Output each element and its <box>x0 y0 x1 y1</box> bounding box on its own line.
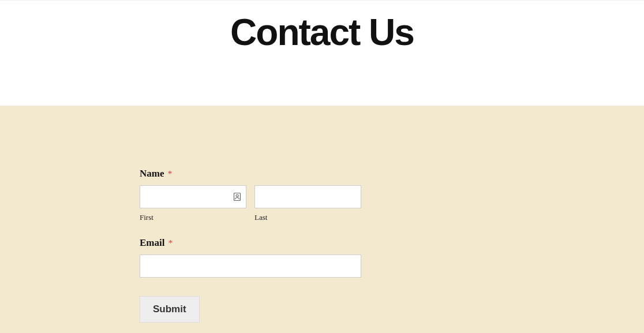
email-label: Email * <box>140 237 509 249</box>
email-label-text: Email <box>140 237 164 248</box>
name-label-text: Name <box>140 168 164 179</box>
last-name-col: Last <box>254 185 361 222</box>
required-mark: * <box>169 238 173 248</box>
contact-form: Name * First <box>140 168 509 323</box>
required-mark: * <box>168 169 173 178</box>
svg-point-1 <box>236 194 238 197</box>
first-name-sublabel: First <box>140 213 246 222</box>
form-section: Name * First <box>0 106 644 333</box>
autofill-contact-icon <box>233 192 242 201</box>
last-name-sublabel: Last <box>254 213 361 222</box>
first-name-input-wrap <box>140 185 246 208</box>
header-section: Contact Us <box>0 0 644 106</box>
first-name-input[interactable] <box>140 185 246 208</box>
page-title: Contact Us <box>0 11 644 54</box>
name-row: First Last <box>140 185 509 222</box>
first-name-col: First <box>140 185 246 222</box>
last-name-input[interactable] <box>254 185 361 208</box>
name-field-group: Name * First <box>140 168 509 222</box>
email-field-group: Email * <box>140 237 509 278</box>
submit-button[interactable]: Submit <box>140 296 200 323</box>
name-label: Name * <box>140 168 509 179</box>
email-input[interactable] <box>140 255 361 278</box>
